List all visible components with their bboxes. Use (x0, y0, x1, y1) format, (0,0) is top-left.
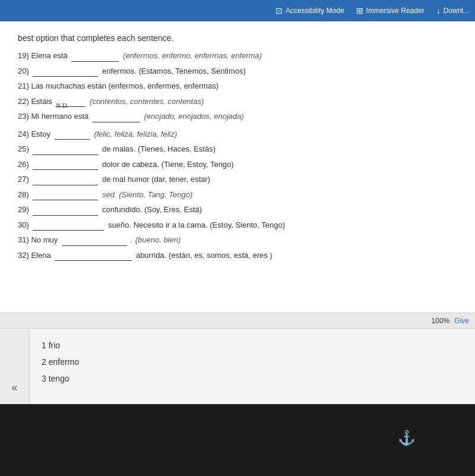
q29-options: confundido. (Soy, Eres, Está) (102, 205, 202, 214)
q25-options: de malas. (Tienes, Haces, Estás) (102, 144, 216, 153)
item2-text: enfermo (49, 357, 79, 367)
accessibility-label: Accessibility Mode (286, 7, 344, 15)
question-23: 23) Mi hermano está (enojado, enojados, … (18, 111, 457, 122)
q29-blank[interactable] (33, 207, 98, 216)
q23-blank[interactable] (93, 114, 140, 122)
side-panel-item-3: 3 tengo (42, 374, 79, 383)
question-32: 32) Elena aburrida. (están, es, somos, e… (18, 250, 457, 261)
q31-blank[interactable] (62, 238, 127, 246)
q31-number: 31) No muy (18, 235, 58, 244)
q23-number: 23) Mi hermano está (18, 112, 91, 121)
collapse-icon: « (11, 382, 17, 394)
q27-options: de mal humor (dar, tener, estar) (102, 175, 210, 184)
q32-blank[interactable] (55, 253, 132, 261)
q28-options: sed. (Siento, Tang, Tengo) (102, 190, 192, 199)
q21-text: 21) Las muchachas están (enfermos, enfer… (18, 81, 218, 90)
q20-blank[interactable] (33, 68, 98, 77)
document-area: best option that completes each sentence… (0, 21, 475, 313)
q24-number: 24) Estoy (18, 130, 53, 138)
watermark: ⚓ (398, 430, 416, 446)
q19-number: 19) Elena está (18, 51, 69, 60)
q23-options: (enojado, enojados, enojada) (144, 112, 243, 121)
download-icon: ↓ (436, 6, 441, 15)
question-25: 25) de malas. (Tienes, Haces, Estás) (18, 143, 457, 155)
toolbar: ⊡ Accessibility Mode ⊞ Immersive Reader … (0, 0, 475, 21)
q24-options: (felic, felizá, felizia, feliz) (94, 130, 177, 138)
accessibility-icon: ⊡ (276, 6, 283, 15)
doc-intro: best option that completes each sentence… (18, 33, 457, 43)
question-24: 24) Estoy (felic, felizá, felizia, feliz… (18, 128, 457, 140)
side-panel-item-2: 2 enfermo (42, 357, 79, 367)
q27-blank[interactable] (33, 177, 98, 185)
question-20: 20) enfermos. (Estamos, Tenemos, Sentimo… (18, 65, 457, 77)
question-19: 19) Elena está (enfermos, enfermo, enfer… (18, 50, 457, 62)
q19-options: (enfermos, enfermo, enfermas, enferma) (123, 51, 262, 60)
q26-blank[interactable] (33, 162, 98, 170)
status-bar: 100% Give (0, 313, 475, 328)
q27-number: 27) (18, 175, 29, 184)
q20-number: 20) (18, 67, 29, 75)
item3-text: tengo (49, 374, 69, 383)
question-29: 29) confundido. (Soy, Eres, Está) (18, 204, 457, 216)
q32-options: aburrida. (están, es, somos, está, eres … (136, 251, 273, 260)
q22-blank[interactable]: N D (56, 99, 86, 107)
download-button[interactable]: ↓ Downl... (436, 6, 469, 15)
q20-options: enfermos. (Estamos, Tenemos, Sentimos) (102, 67, 246, 75)
q26-number: 26) (18, 160, 29, 169)
accessibility-mode-button[interactable]: ⊡ Accessibility Mode (276, 6, 344, 15)
question-26: 26) dolor de cabeza. (Tiene, Estoy, Teng… (18, 159, 457, 171)
q24-blank[interactable] (55, 131, 90, 140)
zoom-level: 100% (432, 317, 450, 325)
immersive-label: Immersive Reader (366, 7, 425, 15)
q31-options: . (bueno, bien) (131, 235, 180, 244)
dark-overlay: ⚓ (0, 404, 475, 476)
side-panel-item-1: 1 frio (42, 341, 79, 350)
immersive-reader-button[interactable]: ⊞ Immersive Reader (356, 6, 425, 15)
item3-number: 3 (42, 374, 49, 383)
item1-number: 1 (42, 341, 49, 350)
question-22: 22) Estáis N D (contentos, contentes, co… (18, 96, 457, 108)
download-label: Downl... (444, 7, 469, 15)
q22-number: 22) Estáis (18, 97, 54, 106)
q28-number: 28) (18, 190, 29, 199)
q19-blank[interactable] (71, 53, 119, 62)
q22-handwritten: N D (56, 100, 67, 111)
q22-options: (contentos, contentes, contentas) (90, 97, 204, 106)
question-21: 21) Las muchachas están (enfermos, enfer… (18, 80, 457, 92)
side-panel-content: 1 frio 2 enfermo 3 tengo (30, 329, 91, 395)
immersive-icon: ⊞ (356, 6, 363, 15)
q30-number: 30) (18, 220, 29, 229)
q28-blank[interactable] (33, 192, 98, 200)
give-button[interactable]: Give (454, 317, 469, 325)
item2-number: 2 (42, 357, 49, 367)
question-28: 28) sed. (Siento, Tang, Tengo) (18, 189, 457, 201)
q26-options: dolor de cabeza. (Tiene, Estoy, Tengo) (102, 160, 234, 169)
question-list: 19) Elena está (enfermos, enfermo, enfer… (18, 50, 457, 261)
q30-options: sueño. Necesito ir a la cama. (Estoy, Si… (108, 220, 285, 229)
q25-blank[interactable] (33, 147, 98, 155)
item1-text: frio (49, 341, 60, 350)
q29-number: 29) (18, 205, 29, 214)
question-30: 30) sueño. Necesito ir a la cama. (Estoy… (18, 219, 457, 231)
q32-number: 32) Elena (18, 251, 51, 260)
q25-number: 25) (18, 144, 29, 153)
q30-blank[interactable] (33, 222, 104, 231)
question-31: 31) No muy . (bueno, bien) (18, 234, 457, 246)
question-27: 27) de mal humor (dar, tener, estar) (18, 174, 457, 185)
